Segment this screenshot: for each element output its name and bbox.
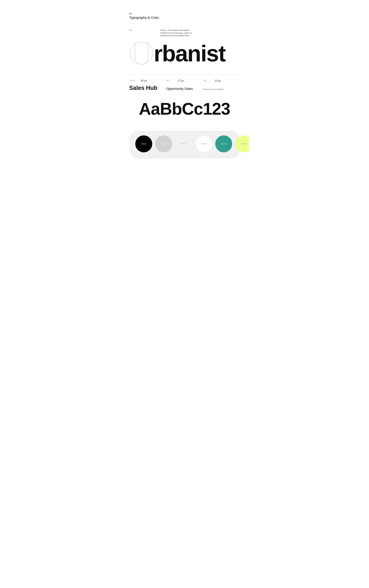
type-examples-row: Sales Hub Opportunity Sales Purchase pro… [129, 85, 240, 91]
svg-line-7 [149, 44, 149, 45]
section-header: /01 Typography & Color [129, 12, 240, 20]
color-circle-gray2: #F1F1F1 [175, 136, 192, 152]
color-hex-label-gray2: #F1F1F1 [181, 143, 187, 145]
color-swatch-lime: #EDFF8C [235, 136, 249, 154]
color-palette: #000000#D1D1D1#F1F1F1#FFFFFF#309F92#EDFF… [129, 131, 240, 158]
svg-line-38 [131, 49, 132, 49]
svg-line-16 [152, 54, 153, 54]
color-circle-gray1: #D1D1D1 [155, 136, 172, 152]
urbanist-display: rbanist [129, 40, 240, 67]
color-swatch-gray2: #F1F1F1 [175, 136, 192, 154]
h1-example: Sales Hub [129, 85, 166, 91]
title-example: Opportunity Sales [166, 87, 203, 91]
svg-line-46 [138, 42, 138, 43]
svg-line-12 [152, 50, 153, 50]
heading1-label: Heading 1 [129, 80, 138, 82]
svg-line-23 [149, 61, 149, 62]
svg-line-25 [134, 62, 135, 63]
color-circle-white: #FFFFFF [195, 136, 212, 152]
svg-line-31 [130, 56, 132, 57]
svg-line-45 [137, 42, 137, 43]
body-spec: Body 12 px [203, 79, 240, 82]
svg-line-39 [131, 47, 132, 48]
title-size: 27 px [178, 79, 184, 82]
svg-line-32 [130, 55, 131, 56]
color-hex-label-white: #FFFFFF [201, 143, 207, 145]
body-size: 12 px [215, 79, 221, 82]
section-title: Typography & Color [129, 16, 240, 20]
title-label: Title [166, 80, 175, 82]
body-label: Body [203, 80, 212, 82]
section-number: /01 [129, 12, 240, 15]
svg-line-9 [150, 46, 151, 47]
svg-line-21 [150, 60, 151, 60]
svg-line-36 [130, 51, 131, 51]
svg-line-41 [133, 45, 133, 46]
svg-line-27 [133, 60, 133, 61]
svg-line-30 [131, 58, 132, 58]
body-example: Purchase process is individual [203, 88, 240, 90]
svg-line-17 [152, 55, 153, 56]
svg-line-22 [149, 60, 150, 61]
alphabet-display: AaBbCc123 [129, 99, 240, 118]
svg-line-42 [133, 44, 134, 45]
svg-line-3 [145, 42, 145, 43]
type-specs-row: Heading 1 60 px Title 27 px Body 12 px [129, 75, 240, 82]
font-label: Font [129, 29, 160, 31]
svg-line-11 [151, 49, 152, 49]
u-circle-decoration [129, 40, 154, 67]
color-hex-label-gray1: #D1D1D1 [161, 143, 167, 145]
svg-line-14 [152, 52, 153, 52]
svg-line-44 [136, 43, 136, 44]
urbanist-word: rbanist [154, 42, 225, 65]
svg-line-2 [144, 42, 144, 43]
svg-line-20 [151, 58, 152, 59]
svg-line-26 [133, 61, 134, 62]
svg-line-5 [147, 43, 147, 44]
title-spec: Title 27 px [166, 79, 203, 82]
svg-line-47 [139, 42, 139, 43]
color-circle-lime: #EDFF8C [235, 136, 249, 152]
svg-line-37 [130, 50, 132, 50]
svg-line-10 [151, 47, 152, 48]
color-swatch-black: #000000 [135, 136, 152, 154]
svg-line-13 [152, 51, 153, 51]
color-circle-black: #000000 [135, 136, 152, 152]
svg-line-33 [130, 54, 131, 54]
color-hex-label-teal: #309F92 [221, 143, 226, 145]
color-circle-teal: #309F92 [215, 136, 232, 152]
svg-line-4 [146, 42, 146, 43]
color-hex-label-black: #000000 [141, 143, 146, 145]
svg-line-19 [151, 58, 152, 58]
svg-line-35 [130, 52, 131, 52]
color-hex-label-lime: #EDFF8C [241, 143, 247, 145]
page: /01 Typography & Color Font Urbanist - T… [120, 0, 249, 206]
svg-line-18 [152, 56, 153, 57]
svg-line-40 [132, 46, 133, 47]
font-info-row: Font Urbanist - The neutrality of the ty… [129, 29, 240, 37]
font-description: Urbanist - The neutrality of the typefac… [160, 29, 194, 37]
color-swatch-gray1: #D1D1D1 [155, 136, 172, 154]
svg-line-28 [132, 60, 133, 60]
svg-line-29 [131, 58, 132, 59]
svg-line-1 [143, 42, 143, 43]
heading1-size: 60 px [141, 79, 147, 82]
svg-line-24 [148, 62, 149, 63]
color-swatch-white: #FFFFFF [195, 136, 212, 154]
heading1-spec: Heading 1 60 px [129, 79, 166, 82]
svg-line-8 [149, 45, 150, 46]
color-swatch-teal: #309F92 [215, 136, 232, 154]
